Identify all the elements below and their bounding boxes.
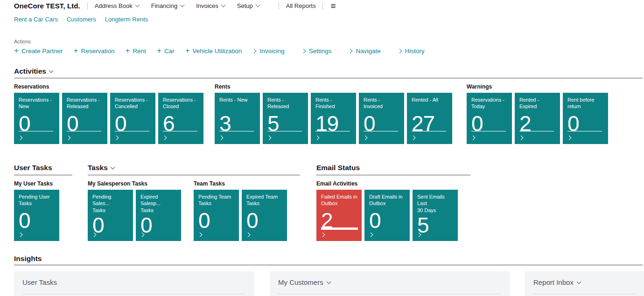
group-team-tasks: Team Tasks Pending Team Tasks 0 Expired …: [194, 175, 287, 241]
divider: [279, 2, 279, 9]
cue-reservations-cancelled[interactable]: Reservations - Cancelled 0: [110, 93, 155, 144]
menu-label: Address Book: [95, 2, 133, 9]
link-customers[interactable]: Customers: [67, 16, 96, 23]
chevron-right-icon: [411, 136, 416, 140]
cue-title: Draft Emails in Outbox: [369, 193, 406, 209]
cue-divider: [267, 131, 302, 131]
cue-divider: [321, 227, 358, 230]
action-label: History: [405, 48, 425, 55]
section-activities-title[interactable]: Activities: [14, 67, 53, 76]
cue-pending-salesperson-tasks[interactable]: Pending Sales... Tasks 0: [88, 190, 133, 241]
insights-band: User Tasks My Customers Report Inbox: [0, 271, 644, 296]
divider: [322, 2, 323, 9]
cue-reservations-today[interactable]: Reservations - Today 0: [467, 93, 512, 144]
panel-title: Report Inbox: [533, 278, 581, 286]
cue-value: 0: [140, 214, 177, 236]
cue-rent-before-return[interactable]: Rent before return 0: [563, 93, 608, 144]
insight-panel-report-inbox[interactable]: Report Inbox: [525, 271, 644, 296]
cue-title: Sent Emails Last 30 Days: [417, 193, 454, 213]
chevron-right-icon: [219, 136, 224, 140]
cue-rents-invoiced[interactable]: Rents - Invoiced 0: [359, 93, 404, 144]
action-invoicing[interactable]: Invoicing: [252, 48, 284, 55]
action-settings[interactable]: Settings: [302, 48, 332, 55]
cue-title: Rent before return: [567, 96, 604, 112]
action-car[interactable]: Car: [157, 47, 175, 55]
action-history[interactable]: History: [398, 48, 425, 55]
plus-icon: [157, 47, 161, 55]
action-label: Navigate: [356, 48, 380, 55]
cue-title: Rents - New: [219, 96, 256, 112]
action-label: Rent: [133, 48, 146, 55]
group-label: My Salesperson Tasks: [88, 180, 181, 187]
cue-expired-team-tasks[interactable]: Expired Team Tasks 0: [242, 190, 287, 241]
company-name[interactable]: OneCore TEST, Ltd.: [14, 2, 80, 10]
cue-rented-expired[interactable]: Rented - Expired 2: [515, 93, 560, 144]
cue-pending-user-tasks[interactable]: Pending User Tasks 0: [14, 190, 59, 241]
link-rent-a-car-cars[interactable]: Rent a Car Cars: [14, 16, 58, 23]
chevron-right-icon: [519, 136, 524, 140]
action-label: Create Partner: [21, 48, 63, 55]
insight-panel-my-customers[interactable]: My Customers: [270, 271, 510, 296]
cue-draft-emails-in-outbox[interactable]: Draft Emails in Outbox 0: [364, 190, 410, 241]
action-rent[interactable]: Rent: [125, 47, 146, 55]
cue-title: Pending User Tasks: [19, 193, 56, 209]
chevron-down-icon: [255, 3, 260, 7]
panel-title: User Tasks: [22, 278, 57, 286]
menu-item-financing[interactable]: Financing: [151, 2, 184, 9]
cue-reservations-released[interactable]: Reservations - Released 0: [62, 93, 107, 144]
group-label: Team Tasks: [194, 180, 287, 187]
section-tasks-title[interactable]: Tasks: [88, 164, 300, 172]
cue-title: Expired Team Tasks: [246, 193, 283, 209]
cue-value: 0: [369, 210, 406, 231]
cue-sent-emails-last-30-days[interactable]: Sent Emails Last 30 Days 5: [413, 190, 458, 241]
action-create-partner[interactable]: Create Partner: [14, 47, 63, 55]
tasks-band: User Tasks My User Tasks Pending User Ta…: [0, 164, 644, 243]
action-label: Invoicing: [259, 48, 284, 55]
action-label: Vehicle Utilization: [193, 48, 242, 55]
section-user-tasks-title[interactable]: User Tasks: [14, 164, 72, 172]
cue-rents-released[interactable]: Rents - Released 5: [263, 93, 308, 144]
group-label: My User Tasks: [14, 180, 72, 187]
menu-item-setup[interactable]: Setup: [237, 2, 259, 9]
group-warnings: Warnings Reservations - Today 0 Rented -…: [467, 83, 608, 144]
cue-pending-team-tasks[interactable]: Pending Team Tasks 0: [194, 190, 239, 241]
cue-divider: [567, 131, 602, 131]
group-rents: Rents Rents - New 3 Rents - Released 5 R…: [215, 83, 452, 144]
cue-reservations-new[interactable]: Reservations - New 0: [14, 93, 59, 144]
cue-rents-new[interactable]: Rents - New 3: [215, 93, 260, 144]
cue-divider: [315, 131, 350, 131]
cue-title: Rents - Finished: [315, 96, 352, 112]
action-reservation[interactable]: Reservation: [73, 47, 114, 55]
chevron-down-icon: [110, 165, 115, 170]
cue-divider: [471, 131, 506, 131]
chevron-right-icon: [246, 233, 251, 237]
chevron-right-icon: [114, 136, 119, 140]
cue-divider: [412, 131, 446, 131]
panel-title-text: Report Inbox: [533, 278, 574, 286]
cue-expired-salesperson-tasks[interactable]: Expired Salesp... Tasks 0: [136, 190, 181, 241]
group-reservations: Reservations Reservations - New 0 Reserv…: [14, 83, 203, 144]
panel-divider: [278, 294, 501, 294]
insight-panel-user-tasks[interactable]: User Tasks: [14, 271, 254, 296]
section-email-status-title[interactable]: Email Status: [316, 164, 470, 172]
chevron-right-icon: [321, 233, 325, 237]
cue-rented-all[interactable]: Rented - All 27: [407, 93, 452, 144]
hamburger-menu-icon[interactable]: ≡: [330, 1, 336, 10]
plus-icon: [14, 47, 19, 55]
menu-item-address-book[interactable]: Address Book: [95, 2, 139, 9]
chevron-down-icon: [576, 279, 581, 284]
section-user-tasks: User Tasks My User Tasks Pending User Ta…: [14, 164, 72, 241]
cue-reservations-closed[interactable]: Reservations - Closed 6: [158, 93, 203, 144]
cue-rents-finished[interactable]: Rents - Finished 19: [311, 93, 356, 144]
action-navigate[interactable]: Navigate: [349, 48, 380, 55]
link-longterm-rents[interactable]: Longterm Rents: [105, 16, 148, 23]
chevron-right-icon: [18, 233, 23, 237]
menu-item-invoices[interactable]: Invoices: [196, 2, 225, 9]
cue-value: 0: [246, 210, 283, 231]
panel-title-text: My Customers: [278, 278, 323, 286]
cue-failed-emails-in-outbox[interactable]: Failed Emails in Outbox 2: [316, 190, 362, 241]
cue-title: Failed Emails in Outbox: [321, 193, 358, 209]
action-vehicle-utilization[interactable]: Vehicle Utilization: [185, 47, 242, 55]
action-label: Reservation: [81, 48, 114, 55]
menu-item-all-reports[interactable]: All Reports: [286, 2, 316, 9]
